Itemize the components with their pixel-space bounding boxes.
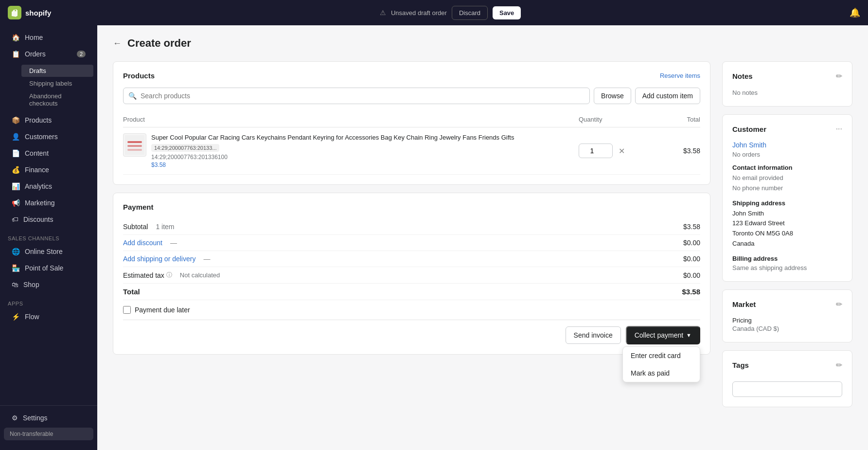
collect-payment-button[interactable]: Collect payment ▼ [626,326,700,344]
product-total: $3.58 [652,147,700,155]
search-input-wrap: 🔍 [123,88,590,104]
sidebar-label-content: Content [25,149,49,157]
product-name: Super Cool Popular Car Racing Cars Keych… [151,133,579,142]
page-header: ← Create order [113,37,852,50]
notifications-icon[interactable]: 🔔 [850,7,860,18]
market-card: Market ✏ Pricing Canada (CAD $) [722,289,852,342]
sidebar: 🏠 Home 📋 Orders 2 Drafts Shipping labels… [0,25,97,450]
payment-due-checkbox[interactable] [123,306,131,314]
sidebar-item-orders[interactable]: 📋 Orders 2 [4,46,93,62]
apps-label: Apps [0,297,97,308]
browse-button[interactable]: Browse [594,88,631,104]
subtotal-value: $3.58 [683,223,700,231]
tax-value: $0.00 [683,271,700,279]
sidebar-item-marketing[interactable]: 📢 Marketing [4,195,93,211]
sidebar-item-online-store[interactable]: 🌐 Online Store [4,244,93,259]
sidebar-item-shipping-labels[interactable]: Shipping labels [21,77,93,90]
sidebar-label-finance: Finance [25,166,49,174]
sidebar-label-orders: Orders [25,50,46,58]
product-price-link[interactable]: $3.58 [151,162,579,168]
add-shipping-link[interactable]: Add shipping or delivery [123,255,195,263]
finance-icon: 💰 [12,166,20,174]
sidebar-item-analytics[interactable]: 📊 Analytics [4,179,93,194]
tags-header: Tags ✏ [732,360,842,370]
sidebar-item-abandoned[interactable]: Abandoned checkouts [21,90,93,109]
address-line-3: Toronto ON M5G 0A8 [732,229,842,239]
back-button[interactable]: ← [113,38,122,49]
search-input[interactable] [141,88,585,104]
sidebar-label-discounts: Discounts [23,216,53,223]
quantity-input[interactable] [579,144,613,158]
home-icon: 🏠 [12,34,20,41]
table-row: Super Cool Popular Car Racing Cars Keych… [123,127,700,175]
tags-edit-icon[interactable]: ✏ [836,360,842,370]
notes-edit-icon[interactable]: ✏ [836,72,842,81]
market-header: Market ✏ [732,300,842,309]
sidebar-item-products[interactable]: 📦 Products [4,112,93,128]
logo[interactable]: shopify [8,6,51,19]
shipping-value: $0.00 [683,255,700,263]
address-line-4: Canada [732,239,842,249]
non-transferable-badge[interactable]: Non-transferable [4,428,93,440]
mark-as-paid-option[interactable]: Mark as paid [623,364,700,382]
table-header: Product Quantity Total [123,112,700,127]
sidebar-item-drafts[interactable]: Drafts [21,65,93,77]
search-icon: 🔍 [128,92,137,100]
tags-input[interactable] [732,381,842,397]
svg-rect-4 [127,149,142,151]
orders-subnav: Drafts Shipping labels Abandoned checkou… [0,62,97,112]
customer-header: Customer ··· [732,125,842,133]
topbar-center: ⚠ Unsaved draft order Discard Save [380,6,521,20]
customer-card: Customer ··· John Smith No orders Contac… [722,114,852,282]
remove-product-button[interactable]: ✕ [619,146,625,156]
customer-name-link[interactable]: John Smith [732,141,842,149]
sidebar-label-online-store: Online Store [25,248,63,255]
no-notes-text: No notes [732,89,758,96]
send-invoice-button[interactable]: Send invoice [566,326,621,344]
content-icon: 📄 [12,149,20,157]
customer-more-icon[interactable]: ··· [836,125,842,133]
sidebar-item-pos[interactable]: 🏪 Point of Sale [4,260,93,276]
svg-rect-2 [127,141,142,143]
pos-icon: 🏪 [12,264,20,272]
sidebar-item-shop[interactable]: 🛍 Shop [4,277,93,292]
discard-button[interactable]: Discard [452,6,488,20]
product-sku-badge: 14:29;200007763:20133... [151,144,219,152]
add-discount-link[interactable]: Add discount [123,239,162,247]
discounts-icon: 🏷 [12,216,18,223]
customer-title: Customer [732,125,766,133]
sidebar-item-settings[interactable]: ⚙ Settings [4,410,93,426]
payment-due-row: Payment due later [123,300,700,320]
market-edit-icon[interactable]: ✏ [836,300,842,309]
enter-credit-card-option[interactable]: Enter credit card [623,347,700,364]
payment-shipping-row: Add shipping or delivery — $0.00 [123,251,700,267]
sidebar-label-customers: Customers [25,133,58,141]
col-product: Product [123,116,579,123]
products-title: Products [123,72,155,80]
payment-title: Payment [123,203,700,211]
add-custom-item-button[interactable]: Add custom item [635,88,700,104]
subtotal-label: Subtotal [123,223,148,231]
sidebar-item-content[interactable]: 📄 Content [4,145,93,161]
save-button[interactable]: Save [493,6,521,19]
no-email-text: No email provided [732,173,842,183]
page-title: Create order [127,37,191,50]
collect-payment-label: Collect payment [635,331,683,339]
tax-label-wrap: Estimated tax ⓘ [123,271,172,279]
pricing-value: Canada (CAD $) [732,325,842,332]
payment-due-label: Payment due later [135,306,190,314]
reserve-items-link[interactable]: Reserve items [660,72,700,79]
billing-address-label: Billing address [732,255,842,262]
sidebar-item-customers[interactable]: 👤 Customers [4,129,93,144]
tax-info-icon[interactable]: ⓘ [166,271,172,279]
sidebar-item-flow[interactable]: ⚡ Flow [4,309,93,324]
sidebar-item-finance[interactable]: 💰 Finance [4,162,93,178]
sidebar-item-home[interactable]: 🏠 Home [4,30,93,45]
col-quantity: Quantity [579,116,652,123]
collect-payment-dropdown: Enter credit card Mark as paid [622,346,700,382]
sidebar-label-marketing: Marketing [25,199,54,207]
content-sidebar: Notes ✏ No notes Customer ··· John Smith… [722,61,852,407]
sidebar-item-discounts[interactable]: 🏷 Discounts [4,212,93,227]
pricing-label: Pricing [732,317,842,324]
product-thumbnail [123,133,146,157]
